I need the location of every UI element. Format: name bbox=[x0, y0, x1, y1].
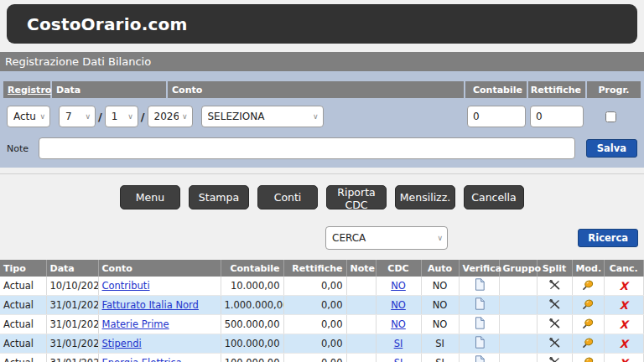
cell-note bbox=[346, 334, 376, 354]
document-icon[interactable] bbox=[474, 317, 485, 332]
cancella-button[interactable]: Cancella bbox=[464, 185, 524, 209]
mensilizz-button[interactable]: Mensilizz. bbox=[395, 185, 455, 209]
progr-checkbox[interactable] bbox=[605, 111, 616, 122]
form-header-row: Registro Data Conto Contabile Rettifiche… bbox=[3, 81, 641, 98]
cell-data: 31/01/2025 bbox=[46, 354, 98, 362]
menu-button[interactable]: Menu bbox=[120, 185, 180, 209]
magnifier-icon[interactable] bbox=[583, 357, 594, 362]
section-title-bar: Registrazione Dati Bilancio bbox=[0, 52, 644, 71]
cell-tipo: Actual bbox=[0, 354, 46, 362]
date-year-select[interactable]: 2026 bbox=[148, 106, 193, 127]
riporta-cdc-button[interactable]: Riporta CDC bbox=[326, 185, 387, 209]
magnifier-icon[interactable] bbox=[583, 280, 594, 292]
form-header-contabile: Contabile bbox=[465, 81, 527, 98]
date-separator: / bbox=[98, 111, 102, 123]
magnifier-icon[interactable] bbox=[583, 299, 594, 312]
tools-icon[interactable] bbox=[549, 318, 560, 331]
table-row: Actual 31/01/2025 Energia Elettrica 100.… bbox=[0, 354, 644, 362]
form-header-registro: Registro bbox=[3, 81, 50, 98]
conto-link[interactable]: Contributi bbox=[102, 280, 150, 292]
tools-icon[interactable] bbox=[549, 338, 560, 350]
conto-link[interactable]: Energia Elettrica bbox=[102, 357, 182, 362]
conti-button[interactable]: Conti bbox=[257, 185, 318, 209]
cell-note bbox=[346, 354, 376, 362]
document-icon[interactable] bbox=[474, 278, 485, 293]
registro-header-link[interactable]: Registro bbox=[8, 85, 51, 96]
col-header-auto: Auto bbox=[421, 260, 459, 277]
cdc-link[interactable]: NO bbox=[391, 299, 406, 311]
cdc-link[interactable]: SI bbox=[394, 357, 403, 362]
cell-gruppo bbox=[499, 334, 537, 354]
delete-icon[interactable]: X bbox=[620, 280, 628, 292]
delete-icon[interactable]: X bbox=[620, 338, 628, 350]
tools-icon[interactable] bbox=[549, 299, 560, 312]
col-header-contabile: Contabile bbox=[221, 260, 283, 277]
document-icon[interactable] bbox=[474, 355, 485, 362]
delete-icon[interactable]: X bbox=[620, 318, 628, 331]
table-row: Actual 31/01/2025 Stipendi 100.000,00 0,… bbox=[0, 334, 644, 354]
cell-data: 31/01/2025 bbox=[46, 315, 98, 334]
table-row: Actual 31/01/2025 Materie Prime 500.000,… bbox=[0, 315, 644, 334]
col-header-note: Note bbox=[346, 260, 376, 277]
registration-form: Registro Data Conto Contabile Rettifiche… bbox=[0, 71, 644, 168]
tools-icon[interactable] bbox=[549, 280, 560, 292]
conto-link[interactable]: Materie Prime bbox=[102, 318, 169, 330]
col-header-rettifiche: Rettifiche bbox=[283, 260, 346, 277]
toolbar: Menu Stampa Conti Riporta CDC Mensilizz.… bbox=[0, 185, 644, 209]
app-header: CostoOrario.com bbox=[7, 4, 637, 44]
magnifier-icon[interactable] bbox=[583, 338, 594, 350]
col-header-verifica: Verifica bbox=[459, 260, 499, 277]
cell-contabile: 1.000.000,00 bbox=[221, 296, 283, 315]
contabile-input[interactable] bbox=[467, 106, 526, 127]
form-header-progr: Progr. bbox=[587, 81, 641, 98]
note-input[interactable] bbox=[39, 137, 575, 159]
cell-rettifiche: 0,00 bbox=[283, 354, 346, 362]
cell-rettifiche: 0,00 bbox=[283, 315, 346, 334]
search-select[interactable]: CERCA bbox=[325, 226, 448, 250]
cell-tipo: Actual bbox=[0, 277, 46, 296]
ricerca-button[interactable]: Ricerca bbox=[578, 229, 638, 247]
cdc-link[interactable]: SI bbox=[394, 338, 403, 349]
cell-auto: NO bbox=[421, 277, 459, 296]
cell-note bbox=[346, 296, 376, 315]
section-title: Registrazione Dati Bilancio bbox=[5, 55, 151, 68]
registro-select[interactable]: Actual bbox=[7, 106, 50, 127]
cell-contabile: 100.000,00 bbox=[221, 354, 283, 362]
cdc-link[interactable]: NO bbox=[391, 280, 406, 292]
cell-auto: NO bbox=[421, 315, 459, 334]
magnifier-icon[interactable] bbox=[583, 318, 594, 331]
note-row: Note Salva bbox=[3, 136, 641, 161]
col-header-canc: Canc. bbox=[604, 260, 644, 277]
col-header-tipo: Tipo bbox=[0, 260, 46, 277]
cell-data: 31/01/2025 bbox=[46, 334, 98, 354]
cell-tipo: Actual bbox=[0, 296, 46, 315]
conto-link[interactable]: Fatturato Italia Nord bbox=[102, 299, 199, 311]
tools-icon[interactable] bbox=[549, 357, 560, 362]
delete-icon[interactable]: X bbox=[620, 299, 628, 312]
cell-auto: SI bbox=[421, 334, 459, 354]
document-icon[interactable] bbox=[474, 297, 485, 313]
date-month-select[interactable]: 7 bbox=[59, 106, 96, 127]
date-separator: / bbox=[141, 111, 145, 123]
cdc-link[interactable]: NO bbox=[391, 318, 406, 330]
stampa-button[interactable]: Stampa bbox=[189, 185, 249, 209]
form-controls-row: Actual 7 / 1 / 2026 SELEZIONA bbox=[3, 98, 641, 136]
col-header-mod: Mod. bbox=[572, 260, 604, 277]
conto-link[interactable]: Stipendi bbox=[102, 338, 142, 349]
table-body: Actual 10/10/2025 Contributi 10.000,00 0… bbox=[0, 277, 644, 362]
conto-select[interactable]: SELEZIONA bbox=[201, 106, 324, 127]
delete-icon[interactable]: X bbox=[620, 357, 628, 362]
app-title: CostoOrario.com bbox=[27, 14, 187, 34]
rettifiche-input[interactable] bbox=[530, 106, 584, 127]
cell-gruppo bbox=[499, 354, 537, 362]
divider bbox=[0, 173, 644, 174]
date-day-select[interactable]: 1 bbox=[105, 106, 138, 127]
col-header-cdc: CDC bbox=[376, 260, 421, 277]
table-row: Actual 31/01/2025 Fatturato Italia Nord … bbox=[0, 296, 644, 315]
cell-auto: NO bbox=[421, 296, 459, 315]
cell-auto: SI bbox=[421, 354, 459, 362]
salva-button[interactable]: Salva bbox=[586, 139, 637, 158]
table-header-row: Tipo Data Conto Contabile Rettifiche Not… bbox=[0, 260, 644, 277]
document-icon[interactable] bbox=[474, 336, 485, 351]
cell-tipo: Actual bbox=[0, 334, 46, 354]
